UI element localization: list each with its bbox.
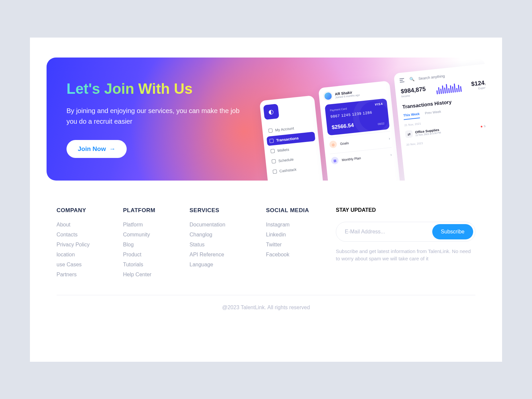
avatar-icon xyxy=(323,91,333,101)
footer-link[interactable]: Community xyxy=(123,232,176,238)
calendar-icon xyxy=(272,159,276,163)
hero-title-part1: Let's Join xyxy=(66,80,134,97)
card-label: Payment Card xyxy=(330,103,383,112)
tab-this-week: This Week xyxy=(403,112,420,120)
arrow-right-icon: → xyxy=(109,145,115,153)
wallet-icon xyxy=(270,149,275,153)
footer-link[interactable]: Tutorials xyxy=(123,262,176,268)
footer-stay-updated: STAY UPDATED Subscribe Subscribe and get… xyxy=(336,207,475,282)
footer-link[interactable]: Partners xyxy=(57,272,110,278)
mock-card-panel: AR Shakir Joined 6 months ago VISA Payme… xyxy=(318,80,400,180)
hero-subtitle: By joining and enjoying our services, yo… xyxy=(66,105,246,127)
col-title: SERVICES xyxy=(190,207,253,214)
footer-link[interactable]: use Cases xyxy=(57,262,110,268)
hero-text: Let's Join With Us By joining and enjoyi… xyxy=(66,81,246,158)
mock-side-label: Schedule xyxy=(278,157,294,163)
dot-icon xyxy=(481,125,482,127)
mock-logo: ◐ xyxy=(263,104,279,120)
search-icon: 🔍 xyxy=(409,76,415,81)
mock-side-label: Transactions xyxy=(276,136,299,142)
stay-note: Subscribe and get latest information fro… xyxy=(336,248,475,263)
footer-link[interactable]: Product xyxy=(123,252,176,258)
footer: COMPANY About Contacts Privacy Policy lo… xyxy=(47,207,485,282)
chevron-right-icon: › xyxy=(390,152,392,157)
target-icon: ◎ xyxy=(329,140,337,148)
card-expiry: 08/22 xyxy=(378,122,385,125)
copyright: @2023 TalentLink. All rights reserved xyxy=(47,305,485,311)
footer-link[interactable]: Privacy Policy xyxy=(57,242,110,248)
mock-sidebar: ◐ My Account Transactions Wallets Schedu… xyxy=(259,95,325,181)
subscribe-form: Subscribe xyxy=(336,222,475,242)
join-now-label: Join Now xyxy=(78,145,106,153)
bar-chart-icon xyxy=(436,82,462,94)
footer-link[interactable]: Language xyxy=(190,262,253,268)
footer-link[interactable]: Instagram xyxy=(266,222,323,228)
footer-col-platform: PLATFORM Platform Community Blog Product… xyxy=(123,207,176,282)
visa-label: VISA xyxy=(375,102,383,106)
footer-col-social: SOCIAL MEDIA Instagram Linkedin Twitter … xyxy=(266,207,323,282)
footer-link[interactable]: Changlog xyxy=(190,232,253,238)
footer-link[interactable]: Help Center xyxy=(123,272,176,278)
home-icon xyxy=(268,128,273,133)
footer-link[interactable]: Contacts xyxy=(57,232,110,238)
hero-banner: Let's Join With Us By joining and enjoyi… xyxy=(47,58,485,181)
mock-payment-card: VISA Payment Card 9867 1245 1239 1286 $2… xyxy=(325,98,390,135)
stay-title: STAY UPDATED xyxy=(336,207,475,213)
hero-title: Let's Join With Us xyxy=(66,81,246,97)
footer-link[interactable]: Twitter xyxy=(266,242,323,248)
mock-search-placeholder: Search anything xyxy=(418,74,445,80)
footer-col-services: SERVICES Documentation Changlog Status A… xyxy=(190,207,253,282)
footer-link[interactable]: Blog xyxy=(123,242,176,248)
card-balance: $2566.54 xyxy=(332,122,354,130)
page: Let's Join With Us By joining and enjoyi… xyxy=(30,38,502,362)
mock-user-row: AR Shakir Joined 6 months ago xyxy=(323,85,386,100)
footer-link[interactable]: Facebook xyxy=(266,252,323,258)
footer-link[interactable]: Linkedin xyxy=(266,232,323,238)
mock-side-label: My Account xyxy=(275,126,294,132)
footer-divider xyxy=(57,295,475,295)
mock-history-panel: 🔍 Search anything $984,875 Income $124,8… xyxy=(394,63,485,180)
col-title: COMPANY xyxy=(57,207,110,214)
transaction-tag: Supplies xyxy=(481,123,485,128)
swap-icon xyxy=(269,138,274,143)
tab-prev-week: Prev Week xyxy=(425,109,441,117)
stack-icon xyxy=(273,169,277,174)
footer-link[interactable]: Platform xyxy=(123,222,176,228)
mock-side-label: Wallets xyxy=(277,147,289,153)
swap-icon: ⇄ xyxy=(405,130,413,138)
email-input[interactable] xyxy=(345,229,432,235)
mock-side-label: Cashstack xyxy=(279,167,297,173)
chevron-right-icon: › xyxy=(388,136,390,141)
footer-link[interactable]: Documentation xyxy=(190,222,253,228)
calendar-icon: ▦ xyxy=(331,156,339,164)
goal-label: Monthly Plan xyxy=(341,156,361,162)
footer-link[interactable]: Status xyxy=(190,242,253,248)
col-title: SOCIAL MEDIA xyxy=(266,207,323,214)
subscribe-button[interactable]: Subscribe xyxy=(432,224,473,239)
footer-col-company: COMPANY About Contacts Privacy Policy lo… xyxy=(57,207,110,282)
hero-title-part2: With Us xyxy=(138,80,193,97)
footer-link[interactable]: location xyxy=(57,252,110,258)
menu-icon xyxy=(399,78,406,82)
goal-label: Goals xyxy=(340,141,349,145)
join-now-button[interactable]: Join Now → xyxy=(66,140,127,158)
footer-link[interactable]: API Reference xyxy=(190,252,253,258)
col-title: PLATFORM xyxy=(123,207,176,214)
footer-link[interactable]: About xyxy=(57,222,110,228)
app-preview: ◐ My Account Transactions Wallets Schedu… xyxy=(255,64,485,180)
